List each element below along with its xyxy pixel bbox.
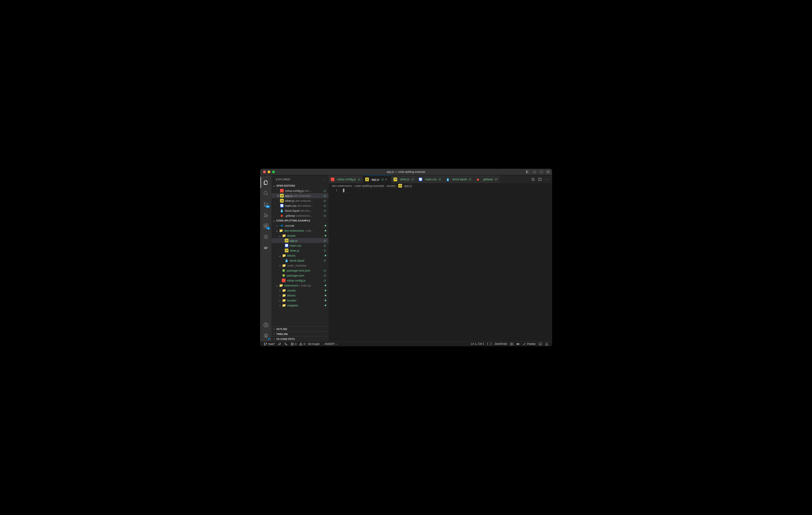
toggle-primary-sidebar-icon[interactable] [526,170,529,174]
breadcrumb-item[interactable]: app.js [404,184,412,187]
chevron-icon: › [278,264,282,267]
current-line-highlight [342,188,536,193]
breadcrumb-item[interactable]: dev-extensions [332,184,352,187]
tree-item[interactable]: ›📁node_modules [271,263,328,268]
open-editor-item[interactable]: ×main.cssdev-extens…U [271,203,328,208]
editor-tab[interactable]: rollup.config.jsU [328,175,363,183]
timeline-section[interactable]: ›TIMELINE [271,331,328,336]
file-name: app.js [290,239,323,242]
tree-item[interactable]: ›📁blocks [271,293,328,298]
outline-section[interactable]: ›OUTLINE [271,326,328,331]
tree-item[interactable]: ⌄📁extensions/ code-sp… [271,283,328,288]
tree-item[interactable]: ⬢package.jsonU [271,273,328,278]
customize-layout-icon[interactable] [546,170,550,174]
breadcrumb-item[interactable]: assets [387,184,396,187]
open-editor-item[interactable]: ×rollup.config.jsdev-…U [271,188,328,193]
gitlens-icon[interactable] [261,232,271,242]
maximize-window[interactable] [272,171,275,173]
tree-item[interactable]: ›.vscode [271,223,328,228]
close-window[interactable] [263,171,266,173]
git-modified-dot [325,235,326,237]
open-editors-list: ×rollup.config.jsdev-…U×JSapp.jsdev-exte… [271,188,328,218]
open-editor-item[interactable]: ×JSother.jsdev-extensio…U [271,198,328,203]
folder-icon: 📁 [282,264,286,267]
svg-point-28 [265,335,267,337]
source-control-icon[interactable]: 55 [261,199,271,210]
folder-icon: 📁 [282,303,286,307]
tree-item[interactable]: main.cssU [271,243,328,248]
open-editors-section[interactable]: ⌄ OPEN EDITORS [271,183,328,188]
git-graph-button[interactable]: Git Graph [307,341,321,346]
breadcrumb-item[interactable]: code-splitting-example [354,184,384,187]
close-tab-icon[interactable]: × [385,178,389,181]
open-editor-item[interactable]: ×◆.gitkeepextensions/…U [271,213,328,218]
tab-more-icon[interactable]: ··· [545,177,549,181]
git-modified-dot [325,305,326,306]
editor[interactable]: 1 [328,188,552,341]
language-mode[interactable]: { } JavaScript [486,342,509,345]
accounts-icon[interactable] [261,320,271,330]
branch-indicator[interactable]: main* [262,341,277,346]
chevron-right-icon: › [272,332,276,336]
workspace-section[interactable]: ⌄ CODE-SPLITTING-EXAMPLE [271,218,328,223]
breadcrumb[interactable]: dev-extensions›code-splitting-example›as… [328,183,552,188]
editor-tab[interactable]: main.cssU [416,175,444,183]
pets-section[interactable]: ›VS CODE PETS [271,336,328,341]
editor-tab[interactable]: 💧block.liquidU [444,175,474,183]
settings-icon[interactable] [261,330,271,341]
compare-changes-icon[interactable] [531,178,535,181]
search-icon[interactable] [261,188,271,199]
split-editor-icon[interactable] [538,178,542,181]
tree-item[interactable]: ⌄📁blocks [271,253,328,258]
editor-tab[interactable]: JSapp.jsU× [363,175,392,183]
tree-item[interactable]: JSother.jsU [271,248,328,253]
git-status: U [323,249,326,252]
svg-point-14 [267,203,268,204]
tree-item[interactable]: rollup.config.jsU [271,278,328,283]
tree-item[interactable]: ›📁snippets [271,303,328,308]
editor-tab[interactable]: ◆.gitkeepU [474,175,500,183]
tree-item[interactable]: ⌄📁dev-extensions/ cod… [271,228,328,233]
notifications-icon[interactable] [544,342,550,346]
git-status: U [323,214,326,217]
cursor-position[interactable]: Ln 1, Col 1 [470,342,486,345]
minimize-window[interactable] [267,171,270,173]
open-editor-item[interactable]: ×💧block.liquiddev-ext…U [271,208,328,213]
toggle-panel-icon[interactable] [533,170,536,174]
sync-icon[interactable] [277,341,283,346]
liquid-icon: 💧 [446,178,450,181]
activity-bar: 55 1 [260,175,271,341]
run-debug-icon[interactable] [261,210,271,220]
extensions-icon[interactable]: 1 [261,220,271,232]
tree-item[interactable]: ›📁assets [271,288,328,293]
chevron-icon: › [278,299,282,302]
tree-item[interactable]: ›📁locales [271,298,328,303]
chevron-down-icon: ⌄ [272,184,276,187]
folder-icon: 📁 [282,299,286,302]
open-editor-item[interactable]: ×JSapp.jsdev-extension…U [271,193,328,198]
file-name: locales [287,299,325,302]
svg-rect-6 [547,171,548,172]
docker-icon[interactable] [261,242,271,253]
live-share-icon[interactable] [509,342,515,346]
js-icon: JS [365,178,369,181]
tree-item[interactable]: ⌄📁assets [271,233,328,238]
sidebar-more-icon[interactable]: ··· [322,178,325,181]
file-name: app.jsdev-extension… [285,194,323,198]
copilot-icon[interactable] [515,342,521,346]
rollup-icon [280,189,284,192]
feedback-icon[interactable] [537,342,544,346]
gitlens-status-icon[interactable] [283,341,289,346]
tree-item[interactable]: 💧block.liquidU [271,258,328,263]
layout-controls [526,170,550,174]
editor-tab[interactable]: JSother.jsU [391,175,416,183]
tree-item[interactable]: JSapp.jsU [271,238,328,243]
toggle-secondary-sidebar-icon[interactable] [540,170,543,174]
explorer-icon[interactable] [261,177,271,188]
svg-rect-8 [547,172,548,173]
tree-item[interactable]: ⬢package-lock.jsonU [271,268,328,273]
problems-indicator[interactable]: 0 0 [289,341,307,346]
prettier-indicator[interactable]: Prettier [521,342,537,346]
svg-point-47 [518,344,519,344]
close-icon[interactable]: × [277,194,280,198]
